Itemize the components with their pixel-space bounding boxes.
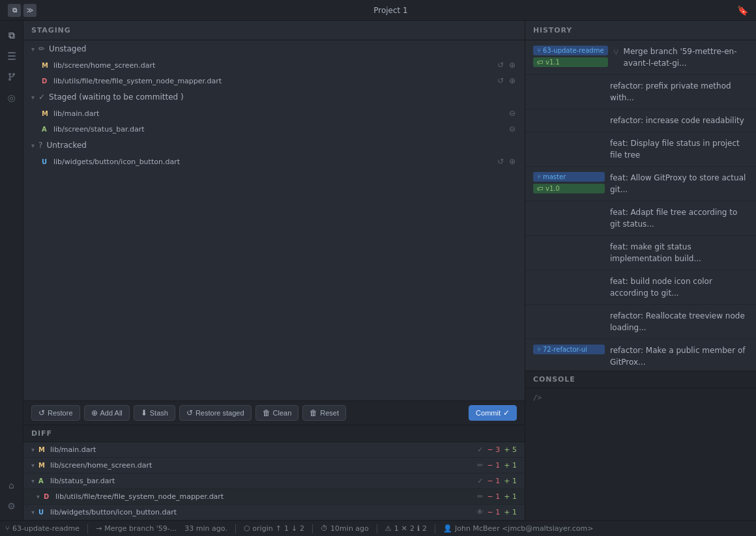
diff-minus: − 1: [487, 477, 501, 485]
sidebar-item-graph[interactable]: ◎: [3, 89, 21, 107]
status-user-name: John McBeer <jmcb@maltslayer.com>: [455, 524, 593, 533]
untracked-icon: ?: [38, 141, 42, 150]
diff-status-A: A: [38, 477, 46, 485]
branch-icon: ⑂: [537, 173, 541, 180]
svg-rect-0: [8, 52, 16, 53]
reset-icon[interactable]: ↺: [496, 156, 505, 167]
reset-icon[interactable]: ↺: [496, 59, 505, 71]
chevron-down-icon: ▾: [31, 142, 35, 149]
status-ahead: 1: [284, 524, 289, 533]
commit-message: refactor: Reallocate treeview node loadi…: [610, 310, 748, 333]
status-fetch[interactable]: ⏱ 10min ago: [321, 524, 369, 533]
diff-path: lib/widgets/button/icon_button.dart: [50, 508, 472, 516]
diff-plus: + 1: [504, 508, 517, 516]
clean-button[interactable]: 🗑 Clean: [255, 405, 299, 421]
sidebar-item-git-branch[interactable]: [3, 68, 21, 86]
tag-icon: 🏷: [537, 59, 544, 66]
commit-message: feat: build node icon color according to…: [610, 275, 748, 299]
reset-icon: 🗑: [310, 408, 317, 417]
history-header: HISTORY: [525, 21, 756, 40]
status-remote[interactable]: ⬡ origin ↑ 1 ↓ 2: [244, 524, 304, 533]
stage-icon[interactable]: ⊕: [508, 156, 517, 167]
restore-staged-button[interactable]: ↺ Restore staged: [179, 405, 252, 421]
unstage-icon[interactable]: ⊖: [508, 123, 517, 135]
diff-path: lib/main.dart: [50, 445, 473, 454]
sidebar-item-source-control[interactable]: ⧉: [3, 26, 21, 44]
commit-button[interactable]: Commit ✓: [469, 405, 517, 421]
file-item-main-dart[interactable]: M lib/main.dart ⊖: [23, 106, 525, 121]
warning-icon: ⚠: [385, 524, 392, 533]
reset-icon[interactable]: ↺: [496, 75, 505, 87]
sidebar-item-settings[interactable]: ⚙: [3, 497, 21, 515]
bookmark-icon[interactable]: 🔖: [737, 5, 748, 16]
file-status-M: M: [42, 110, 50, 117]
history-item-9[interactable]: ⑂ 72-refactor-ui refactor: Make a public…: [525, 339, 756, 371]
tag-icon: 🏷: [537, 185, 544, 192]
diff-item-main[interactable]: ▾ M lib/main.dart ✓ − 3 + 5: [23, 442, 525, 458]
app-body: ⧉ ◎ ⌂ ⚙ STAGING: [0, 21, 756, 520]
branch-tag: ⑂ 72-refactor-ui: [533, 345, 605, 354]
check-icon: ✓: [38, 92, 45, 102]
commit-icon: ✓: [503, 408, 510, 417]
history-item-0[interactable]: ⑂ 63-update-readme 🏷 v1.1 ⑂ Merge branch…: [525, 40, 756, 75]
file-item-icon-button[interactable]: U lib/widgets/button/icon_button.dart ↺ …: [23, 154, 525, 169]
clean-icon: 🗑: [263, 408, 270, 417]
diff-item-node-mapper[interactable]: ▾ D lib/utils/file/tree/file_system_node…: [23, 489, 525, 505]
history-item-8[interactable]: refactor: Reallocate treeview node loadi…: [525, 305, 756, 339]
chevron-icon: ▾: [31, 509, 35, 516]
console-body[interactable]: />: [525, 388, 756, 520]
status-branch[interactable]: ⑂ 63-update-readme: [5, 524, 80, 533]
stash-button[interactable]: ⬇ Stash: [134, 405, 175, 421]
history-item-7[interactable]: feat: build node icon color according to…: [525, 270, 756, 305]
branch-tags: ⑂ master 🏷 v1.0: [533, 172, 605, 193]
stage-icon[interactable]: ⊕: [508, 59, 517, 71]
sidebar-item-file-tree[interactable]: [3, 47, 21, 65]
reset-label: Reset: [320, 409, 339, 417]
unstage-icon[interactable]: ⊖: [508, 107, 517, 119]
file-actions: ↺ ⊕: [496, 156, 517, 167]
reset-button[interactable]: 🗑 Reset: [302, 405, 346, 421]
diff-plus: + 1: [504, 492, 517, 501]
file-path: lib/utils/file/tree/file_system_node_map…: [53, 77, 492, 85]
status-time-ago: 33 min ago.: [184, 524, 227, 533]
branch-tag: ⑂ 63-update-readme: [533, 46, 608, 55]
history-item-3[interactable]: feat: Display file status in project fil…: [525, 132, 756, 167]
sidebar-item-home[interactable]: ⌂: [3, 476, 21, 494]
file-item-node-mapper[interactable]: D lib/utils/file/tree/file_system_node_m…: [23, 73, 525, 89]
commit-message: Merge branch '59-mettre-en-avant-l-etat-…: [624, 46, 748, 69]
diff-minus: − 3: [487, 445, 501, 454]
history-item-6[interactable]: feat: make git status implementation bui…: [525, 236, 756, 270]
file-actions: ⊖: [508, 107, 517, 119]
right-panel: HISTORY ⑂ 63-update-readme 🏷 v1.1 ⑂: [525, 21, 756, 520]
status-behind: 2: [300, 524, 304, 533]
restore-button[interactable]: ↺ Restore: [31, 405, 80, 421]
diff-item-status-bar[interactable]: ▾ A lib/status_bar.dart ✓ − 1 + 1: [23, 473, 525, 489]
status-commit[interactable]: → Merge branch '59-...: [96, 524, 177, 533]
console-panel: CONSOLE />: [525, 371, 756, 520]
diff-header: DIFF: [23, 425, 525, 442]
info-icon: ℹ: [417, 524, 420, 533]
diff-plus: + 1: [504, 477, 517, 485]
commit-message: feat: Display file status in project fil…: [610, 137, 748, 161]
file-item-home-screen[interactable]: M lib/screen/home_screen.dart ↺ ⊕: [23, 57, 525, 73]
status-divider: [235, 524, 236, 533]
file-actions: ⊖: [508, 123, 517, 135]
unstaged-label: Unstaged: [49, 44, 86, 53]
history-item-4[interactable]: ⑂ master 🏷 v1.0 feat: Allow GitProxy to …: [525, 167, 756, 201]
history-item-2[interactable]: refactor: increase code readability: [525, 109, 756, 132]
add-all-button[interactable]: ⊕ Add All: [84, 405, 130, 421]
section-untracked[interactable]: ▾ ? Untracked: [23, 137, 525, 154]
file-item-status-bar[interactable]: A lib/screen/status_bar.dart ⊖: [23, 121, 525, 137]
stage-icon[interactable]: ⊕: [508, 75, 517, 87]
diff-item-icon-button[interactable]: ▾ U lib/widgets/button/icon_button.dart …: [23, 505, 525, 520]
history-item-5[interactable]: feat: Adapt file tree according to git s…: [525, 201, 756, 236]
section-staged[interactable]: ▾ ✓ Staged (waiting to be committed ): [23, 89, 525, 106]
status-issues[interactable]: ⚠ 1 ✕ 2 ℹ 2: [385, 524, 427, 533]
diff-item-home-screen[interactable]: ▾ M lib/screen/home_screen.dart ✏ − 1 + …: [23, 458, 525, 473]
history-item-1[interactable]: refactor: prefix private method with...: [525, 75, 756, 109]
version-tag: 🏷 v1.1: [533, 57, 608, 67]
section-unstaged[interactable]: ▾ ✏ Unstaged: [23, 40, 525, 57]
chevron-down-icon: ▾: [31, 46, 35, 53]
status-user[interactable]: 👤 John McBeer <jmcb@maltslayer.com>: [443, 524, 593, 533]
content-area: STAGING ▾ ✏ Unstaged M lib/screen/home_s…: [23, 21, 756, 520]
